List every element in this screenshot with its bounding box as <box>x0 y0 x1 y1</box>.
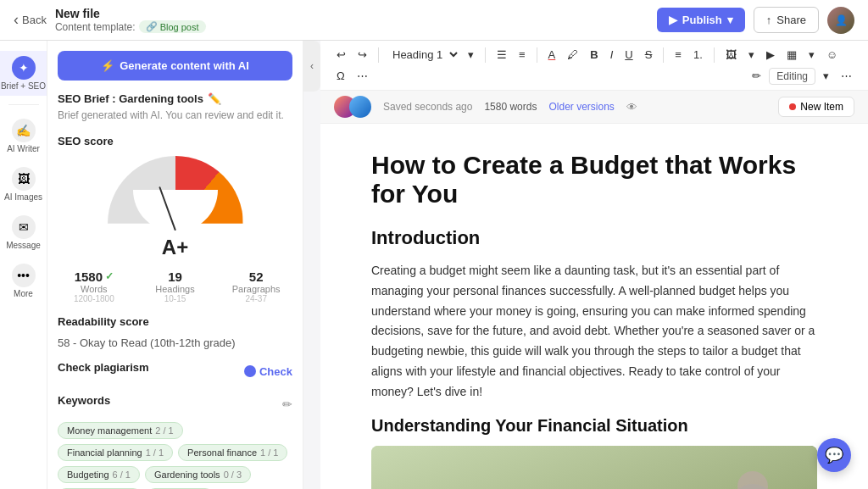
financial-image-svg <box>371 446 817 489</box>
red-dot-icon <box>789 103 796 110</box>
more-options-button[interactable]: ⋯ <box>353 67 372 85</box>
underline-button[interactable]: U <box>620 46 637 64</box>
main-layout: ✦ Brief + SEO ✍ AI Writer 🖼 AI Images ✉ … <box>0 41 868 489</box>
table-dropdown-button[interactable]: ▾ <box>804 46 819 64</box>
avatar-sm-2 <box>349 96 371 118</box>
more-icon: ••• <box>12 264 36 287</box>
sidebar-label-more: More <box>14 289 33 298</box>
editing-dropdown-button[interactable]: ▾ <box>819 67 833 85</box>
gauge-visual <box>108 156 243 232</box>
seo-panel: ⚡ Generate content with AI SEO Brief : G… <box>47 41 303 489</box>
indent-button[interactable]: ≡ <box>515 46 530 64</box>
older-versions-link[interactable]: Older versions <box>548 101 614 113</box>
sidebar-label-message: Message <box>6 241 41 250</box>
toolbar-more-button[interactable]: ⋯ <box>837 67 856 85</box>
check-circle-icon <box>244 365 256 377</box>
readability-score: 58 - Okay to Read (10th-12th grade) <box>58 336 292 349</box>
keyword-count: 1 / 1 <box>146 447 164 458</box>
words-count: 1580 words <box>484 101 537 113</box>
heading-dropdown-button[interactable]: ▾ <box>464 46 478 64</box>
keyword-count: 1 / 1 <box>260 447 278 458</box>
publish-icon: ▶ <box>669 14 677 26</box>
icon-sidebar: ✦ Brief + SEO ✍ AI Writer 🖼 AI Images ✉ … <box>0 41 47 489</box>
gauge-center <box>133 190 218 232</box>
sidebar-item-message[interactable]: ✉ Message <box>0 210 47 255</box>
stat-paragraphs-range: 24-37 <box>220 294 292 303</box>
table-button[interactable]: ▦ <box>782 46 801 64</box>
list-button[interactable]: ≡ <box>670 46 686 64</box>
stat-words-range: 1200-1800 <box>58 294 131 303</box>
toolbar-meta: Saved seconds ago 1580 words Older versi… <box>320 91 868 124</box>
gauge-stats: 1580 ✓ Words 1200-1800 19 Headings 10-15… <box>58 270 292 303</box>
stat-headings-value: 19 <box>139 270 212 284</box>
ordered-list-button[interactable]: 1. <box>689 46 707 64</box>
keyword-count: 2 / 1 <box>155 425 173 436</box>
topbar-left: Back New file Content template: 🔗 Blog p… <box>14 7 206 33</box>
back-label: Back <box>22 14 47 26</box>
keyword-text: Financial planning <box>67 447 142 458</box>
collapse-panel-button[interactable]: ‹ <box>303 41 320 92</box>
new-item-button[interactable]: New Item <box>778 97 854 117</box>
publish-button[interactable]: ▶ Publish ▾ <box>657 8 745 32</box>
doc-content[interactable]: How to Create a Budget that Works for Yo… <box>320 124 868 489</box>
toolbar-divider-1 <box>378 47 379 63</box>
seo-gauge: A+ <box>58 156 292 259</box>
image-dropdown-button[interactable]: ▾ <box>744 46 759 64</box>
stat-paragraphs: 52 Paragraphs 24-37 <box>220 270 292 303</box>
file-name: New file <box>55 7 206 20</box>
doc-section-intro-content: Creating a budget might seem like a daun… <box>371 261 817 403</box>
ai-writer-icon: ✍ <box>12 119 36 142</box>
chat-bubble-button[interactable]: 💬 <box>817 438 851 472</box>
undo-button[interactable]: ↩ <box>332 46 350 64</box>
editing-badge[interactable]: Editing <box>769 68 815 85</box>
lightning-icon: ⚡ <box>101 59 114 72</box>
image-button[interactable]: 🖼 <box>721 46 741 64</box>
avatar[interactable]: 👤 <box>827 7 854 34</box>
seo-brief-desc: Brief generated with AI. You can review … <box>58 108 292 123</box>
doc-section-intro-heading: Introduction <box>371 227 817 249</box>
sidebar-label-ai-writer: AI Writer <box>7 144 40 153</box>
generate-content-button[interactable]: ⚡ Generate content with AI <box>58 51 292 81</box>
plagiarism-check-button[interactable]: Check <box>244 365 292 378</box>
sidebar-item-ai-images[interactable]: 🖼 AI Images <box>0 162 47 207</box>
stat-paragraphs-value: 52 <box>220 270 292 284</box>
edit-brief-icon[interactable]: ✏️ <box>208 92 221 105</box>
toolbar-divider-5 <box>714 47 715 63</box>
stat-paragraphs-label: Paragraphs <box>220 284 292 294</box>
keyword-text: Gardening tools <box>154 470 220 480</box>
heading-select[interactable]: Heading 1 Heading 2 Heading 3 Normal <box>386 46 460 64</box>
special-chars-button[interactable]: Ω <box>332 67 349 85</box>
keyword-tag-personal-finance: Personal finance 1 / 1 <box>178 444 287 461</box>
content-template: Content template: 🔗 Blog post <box>55 20 206 33</box>
keyword-tag-financial-planning: Financial planning 1 / 1 <box>58 444 173 461</box>
sidebar-item-more[interactable]: ••• More <box>0 258 47 303</box>
sidebar-item-brief-seo[interactable]: ✦ Brief + SEO <box>0 51 47 96</box>
highlight-button[interactable]: 🖊 <box>563 46 582 64</box>
stat-words: 1580 ✓ Words 1200-1800 <box>58 270 131 303</box>
emoji-button[interactable]: ☺ <box>822 46 842 64</box>
bold-button[interactable]: B <box>586 46 602 64</box>
keywords-title: Keywords <box>58 394 110 407</box>
font-color-button[interactable]: A <box>544 46 560 64</box>
video-button[interactable]: ▶ <box>762 46 779 64</box>
strikethrough-button[interactable]: S <box>641 46 657 64</box>
keyword-tag-money-management: Money management 2 / 1 <box>58 422 183 439</box>
pen-icon-button[interactable]: ✏ <box>748 67 765 85</box>
italic-button[interactable]: I <box>606 46 618 64</box>
redo-button[interactable]: ↪ <box>353 46 371 64</box>
align-button[interactable]: ☰ <box>492 46 511 64</box>
doc-toolbar: ↩ ↪ Heading 1 Heading 2 Heading 3 Normal… <box>320 41 868 91</box>
keywords-edit-icon[interactable]: ✏ <box>282 397 292 411</box>
share-button[interactable]: ↑ Share <box>754 7 819 33</box>
toolbar-divider-3 <box>537 47 537 63</box>
back-button[interactable]: Back <box>14 11 47 29</box>
saved-text: Saved seconds ago <box>383 101 472 113</box>
stat-headings: 19 Headings 10-15 <box>139 270 212 303</box>
readability-section: Readability score 58 - Okay to Read (10t… <box>58 315 292 349</box>
plagiarism-title: Check plagiarism <box>58 361 149 374</box>
doc-section-financial-heading: Understanding Your Financial Situation <box>371 416 817 436</box>
gauge-score: A+ <box>162 236 188 259</box>
toolbar-divider-4 <box>663 47 664 63</box>
seo-score-title: SEO score <box>58 135 292 147</box>
sidebar-item-ai-writer[interactable]: ✍ AI Writer <box>0 114 47 158</box>
